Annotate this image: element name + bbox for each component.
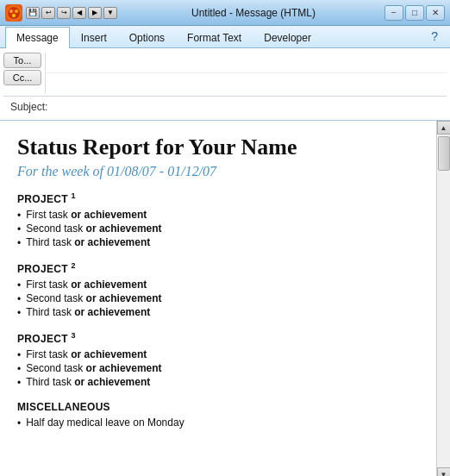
- list-item: •Second task or achievement: [17, 292, 419, 305]
- list-item: •Second task or achievement: [17, 362, 419, 375]
- bullet-icon: •: [17, 223, 21, 235]
- title-bar: 💾 ↩ ↪ ◀ ▶ ▼ Untitled - Message (HTML) − …: [0, 0, 450, 26]
- ribbon-tab-list: Message Insert Options Format Text Devel…: [0, 26, 450, 47]
- email-body-wrapper: Status Report for Your Name For the week…: [0, 121, 450, 476]
- help-icon[interactable]: ?: [424, 26, 445, 47]
- forward-btn[interactable]: ▶: [88, 7, 102, 19]
- list-item: •First task or achievement: [17, 348, 419, 361]
- project-section-2: PROJECT 2 •First task or achievement •Se…: [17, 261, 419, 319]
- bullet-icon: •: [17, 210, 21, 222]
- svg-point-4: [10, 10, 12, 12]
- scroll-up-button[interactable]: ▲: [437, 121, 451, 135]
- list-item: •Half day medical leave on Monday: [17, 416, 419, 429]
- list-item: •Second task or achievement: [17, 222, 419, 235]
- redo-btn[interactable]: ↪: [57, 7, 71, 19]
- to-button[interactable]: To...: [3, 53, 41, 68]
- tab-insert[interactable]: Insert: [70, 27, 118, 48]
- project-1-title: PROJECT 1: [17, 191, 419, 205]
- svg-point-3: [12, 14, 16, 17]
- subject-field[interactable]: [53, 98, 447, 116]
- bullet-icon: •: [17, 377, 21, 389]
- dropdown-btn[interactable]: ▼: [103, 7, 117, 19]
- bullet-icon: •: [17, 349, 21, 361]
- quick-access-toolbar: 💾 ↩ ↪ ◀ ▶ ▼: [26, 7, 117, 19]
- list-item: •First task or achievement: [17, 209, 419, 222]
- project-3-title: PROJECT 3: [17, 331, 419, 345]
- subject-row: Subject:: [0, 97, 450, 117]
- maximize-button[interactable]: □: [405, 5, 424, 21]
- email-subtitle: For the week of 01/08/07 - 01/12/07: [17, 164, 419, 179]
- tab-developer[interactable]: Developer: [253, 27, 322, 48]
- back-btn[interactable]: ◀: [72, 7, 86, 19]
- save-btn[interactable]: 💾: [26, 7, 40, 19]
- vertical-scrollbar[interactable]: ▲ ▼: [436, 121, 450, 476]
- ribbon: Message Insert Options Format Text Devel…: [0, 26, 450, 48]
- tab-format-text[interactable]: Format Text: [176, 27, 253, 48]
- email-title: Status Report for Your Name: [17, 135, 419, 160]
- bullet-icon: •: [17, 307, 21, 319]
- window-title: Untitled - Message (HTML): [122, 7, 384, 19]
- cc-field[interactable]: [46, 75, 447, 92]
- project-section-3: PROJECT 3 •First task or achievement •Se…: [17, 331, 419, 389]
- misc-title: MISCELLANEOUS: [17, 401, 419, 413]
- bullet-icon: •: [17, 363, 21, 375]
- project-section-1: PROJECT 1 •First task or achievement •Se…: [17, 191, 419, 249]
- undo-btn[interactable]: ↩: [41, 7, 55, 19]
- list-item: •Third task or achievement: [17, 236, 419, 249]
- bullet-icon: •: [17, 279, 21, 291]
- project-2-tasks: •First task or achievement •Second task …: [17, 279, 419, 319]
- tab-options[interactable]: Options: [118, 27, 176, 48]
- tab-message[interactable]: Message: [5, 27, 70, 48]
- window-controls: − □ ✕: [384, 5, 445, 21]
- app-icon: [5, 4, 22, 22]
- email-body[interactable]: Status Report for Your Name For the week…: [0, 121, 436, 476]
- project-3-tasks: •First task or achievement •Second task …: [17, 348, 419, 389]
- to-field[interactable]: [46, 54, 447, 72]
- project-2-title: PROJECT 2: [17, 261, 419, 275]
- minimize-button[interactable]: −: [384, 5, 403, 21]
- cc-button[interactable]: Cc...: [3, 70, 41, 85]
- bullet-icon: •: [17, 293, 21, 305]
- misc-section: MISCELLANEOUS •Half day medical leave on…: [17, 401, 419, 429]
- subject-label: Subject:: [3, 101, 53, 113]
- list-item: •Third task or achievement: [17, 376, 419, 389]
- misc-tasks: •Half day medical leave on Monday: [17, 416, 419, 429]
- compose-form: To... Cc... Subject:: [0, 48, 450, 121]
- close-button[interactable]: ✕: [426, 5, 445, 21]
- list-item: •Third task or achievement: [17, 306, 419, 319]
- svg-point-2: [15, 9, 18, 13]
- scroll-down-button[interactable]: ▼: [437, 467, 451, 476]
- scroll-thumb[interactable]: [438, 136, 450, 171]
- list-item: •First task or achievement: [17, 279, 419, 291]
- bullet-icon: •: [17, 417, 21, 429]
- bullet-icon: •: [17, 237, 21, 249]
- project-1-tasks: •First task or achievement •Second task …: [17, 209, 419, 249]
